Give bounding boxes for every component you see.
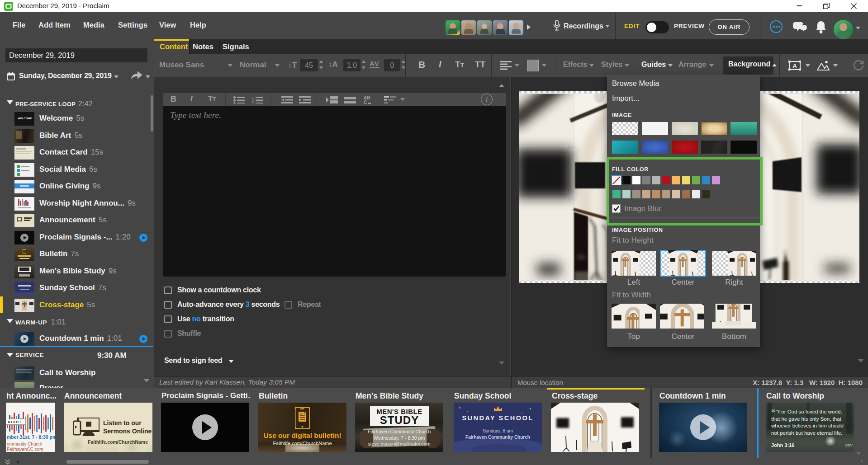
svg-text:3: 3 (252, 102, 254, 103)
svg-text:A: A (792, 62, 797, 70)
svg-text:C: C (364, 100, 367, 104)
